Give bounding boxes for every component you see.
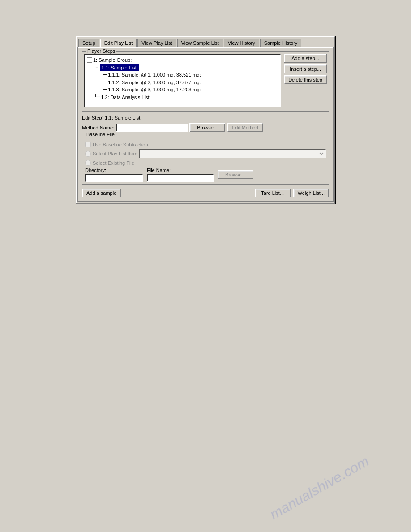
weigh-list-button[interactable]: Weigh List...: [293, 189, 329, 197]
select-existing-label: Select Existing File: [93, 160, 134, 166]
edit-step-section: Edit Step) 1.1: Sample List Method Name:…: [82, 115, 329, 132]
insert-step-button[interactable]: Insert a step...: [284, 64, 327, 73]
directory-label: Directory:: [85, 167, 143, 173]
connector-4: └─: [101, 86, 107, 94]
directory-input[interactable]: [85, 174, 143, 182]
content-area: Player Steps − 1: Sample Group: − 1.1: S…: [77, 47, 334, 202]
delete-step-button[interactable]: Delete this step: [284, 75, 327, 84]
method-name-label: Method Name:: [82, 125, 114, 130]
tree-row-2[interactable]: ├─ 1.1.1: Sample: @ 1, 1.000 mg, 38.521 …: [101, 71, 278, 79]
use-baseline-row: Use Baseline Subtraction: [85, 142, 326, 147]
player-steps-label: Player Steps: [86, 48, 116, 54]
connector-2: ├─: [101, 71, 107, 79]
select-playlist-row: Select Play List Item: [85, 149, 326, 158]
tree-row-1[interactable]: − 1.1: Sample List:: [94, 64, 278, 72]
tree-text-0: 1: Sample Group:: [93, 56, 132, 64]
tree-row-5[interactable]: └─ 1.2: Data Analysis List:: [94, 94, 278, 101]
tab-bar: Setup Edit Play List View Play List View…: [77, 37, 334, 47]
add-sample-button[interactable]: Add a sample: [82, 189, 121, 197]
edit-step-label: Edit Step) 1.1: Sample List: [82, 115, 329, 120]
tree-row-4[interactable]: └─ 1.1.3: Sample: @ 3, 1.000 mg, 17.203 …: [101, 86, 278, 94]
select-playlist-radio[interactable]: [85, 151, 91, 157]
edit-method-button[interactable]: Edit Method: [227, 123, 263, 132]
tree-text-5: 1.2: Data Analysis List:: [101, 94, 150, 101]
tree-text-4: 1.1.3: Sample: @ 3, 1.000 mg, 17.203 mg:: [108, 86, 201, 94]
baseline-file-label: Baseline File: [85, 132, 116, 137]
browse-method-button[interactable]: Browse...: [189, 123, 225, 132]
tab-setup[interactable]: Setup: [78, 39, 99, 47]
browse-btn-col: Browse...: [218, 170, 253, 179]
select-playlist-label: Select Play List Item: [93, 151, 137, 156]
tab-view-history[interactable]: View History: [224, 39, 259, 47]
expand-icon-1[interactable]: −: [94, 65, 99, 70]
tree-text-2: 1.1.1: Sample: @ 1, 1.000 mg, 38.521 mg:: [108, 71, 201, 79]
tree-and-buttons: − 1: Sample Group: − 1.1: Sample List: ├…: [84, 54, 327, 109]
tree-buttons: Add a step... Insert a step... Delete th…: [284, 54, 327, 109]
tare-list-button[interactable]: Tare List...: [255, 189, 291, 197]
tree-text-3: 1.1.2: Sample: @ 2, 1.000 mg, 37.677 mg:: [108, 79, 201, 86]
add-step-button[interactable]: Add a step...: [284, 54, 327, 63]
connector-3: ├─: [101, 79, 107, 86]
tree-row-0[interactable]: − 1: Sample Group:: [87, 56, 278, 64]
expand-icon-0[interactable]: −: [87, 57, 92, 63]
player-steps-group: Player Steps − 1: Sample Group: − 1.1: S…: [82, 51, 329, 112]
tree-text-1: 1.1: Sample List:: [100, 64, 139, 72]
tree-row-3[interactable]: ├─ 1.1.2: Sample: @ 2, 1.000 mg, 37.677 …: [101, 79, 278, 86]
select-existing-radio[interactable]: [85, 160, 91, 166]
use-baseline-checkbox[interactable]: [85, 142, 91, 147]
tree-section: − 1: Sample Group: − 1.1: Sample List: ├…: [84, 54, 281, 109]
tab-view-sample-list[interactable]: View Sample List: [177, 39, 223, 47]
directory-file-row: Directory: File Name: Browse...: [85, 167, 326, 182]
bottom-buttons: Add a sample Tare List... Weigh List...: [82, 189, 329, 197]
select-existing-row: Select Existing File: [85, 160, 326, 166]
browse-file-button[interactable]: Browse...: [218, 170, 253, 179]
directory-col: Directory:: [85, 167, 143, 182]
method-name-input[interactable]: [116, 124, 188, 132]
connector-5: └─: [94, 94, 100, 101]
tree-view[interactable]: − 1: Sample Group: − 1.1: Sample List: ├…: [84, 54, 281, 107]
method-name-row: Method Name: Browse... Edit Method: [82, 123, 329, 132]
tab-edit-play-list[interactable]: Edit Play List: [100, 39, 137, 47]
file-name-input[interactable]: [147, 174, 214, 182]
right-buttons: Tare List... Weigh List...: [255, 189, 329, 197]
tab-sample-history[interactable]: Sample History: [260, 39, 302, 47]
file-name-col: File Name:: [147, 167, 214, 182]
tab-view-play-list[interactable]: View Play List: [137, 39, 176, 47]
playlist-dropdown[interactable]: [139, 149, 326, 158]
main-window: Setup Edit Play List View Play List View…: [76, 36, 335, 204]
baseline-file-group: Baseline File Use Baseline Subtraction S…: [82, 135, 329, 185]
use-baseline-label: Use Baseline Subtraction: [93, 142, 148, 147]
file-name-label: File Name:: [147, 167, 214, 173]
